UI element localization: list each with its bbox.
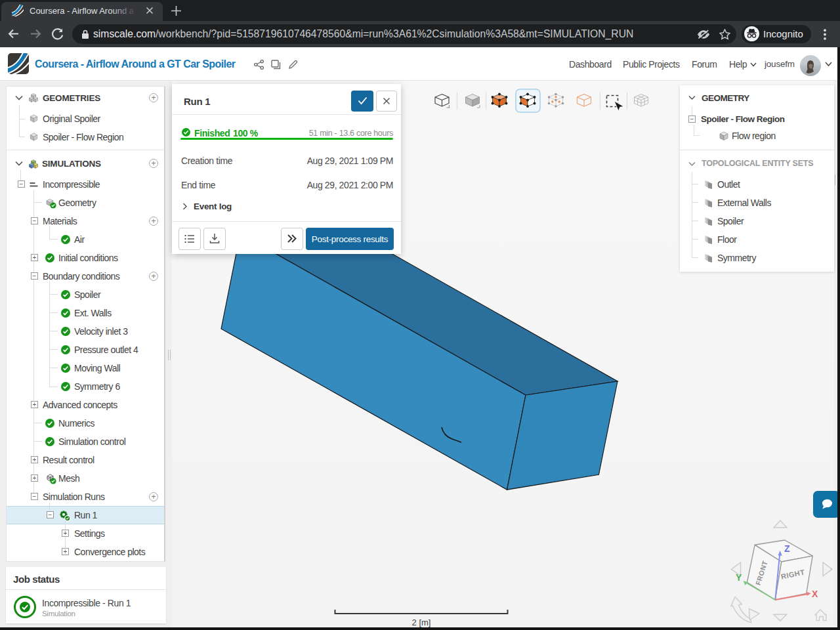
svg-text:X: X <box>812 589 818 599</box>
svg-text:Z: Z <box>784 543 790 554</box>
svg-text:2 [m]: 2 [m] <box>412 618 431 627</box>
svg-text:Y: Y <box>736 572 742 583</box>
